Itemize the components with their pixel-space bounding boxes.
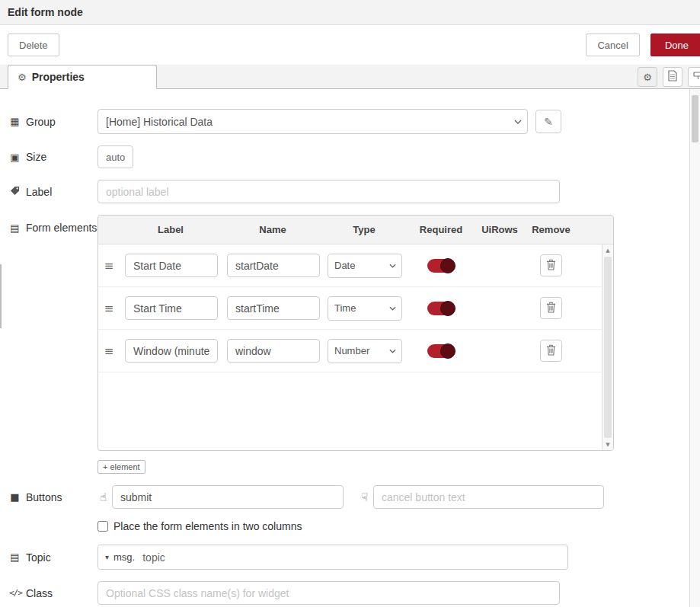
group-row: ▦ Group [Home] Historical Data ✎ [9, 109, 680, 134]
form-elements-row: ▤ Form elements Label Name Type Required… [9, 215, 680, 474]
dialog-scrollbar[interactable] [689, 89, 700, 607]
list-icon: ▤ [9, 222, 21, 234]
element-name-input[interactable] [227, 296, 320, 320]
form-element-row: ≡ Number [98, 330, 602, 372]
remove-element-button[interactable] [540, 254, 562, 276]
form-element-row: ≡ Time [98, 287, 602, 330]
group-grid-icon: ▦ [9, 116, 21, 127]
trash-icon [546, 344, 556, 358]
dialog-title: Edit form node [8, 6, 83, 18]
required-toggle[interactable] [427, 344, 455, 358]
drag-handle-icon[interactable]: ≡ [98, 344, 120, 358]
element-name-input[interactable] [227, 339, 320, 363]
thumb-down-icon: ☟ [359, 490, 370, 504]
form-elements-label: ▤ Form elements [9, 215, 97, 235]
column-header-uirows: UiRows [478, 224, 522, 235]
form-elements-table: Label Name Type Required UiRows Remove ≡ [97, 215, 614, 451]
tab-properties[interactable]: ⚙ Properties [8, 65, 157, 89]
table-scrollbar[interactable]: ▲ ▼ [602, 244, 613, 450]
size-icon: ▣ [9, 152, 21, 163]
buttons-label: ■ Buttons [9, 491, 97, 503]
required-toggle[interactable] [427, 302, 455, 315]
size-auto-button[interactable]: auto [97, 145, 133, 168]
group-select-wrap: [Home] Historical Data [97, 109, 528, 134]
trash-icon [546, 259, 556, 273]
required-toggle[interactable] [427, 259, 455, 273]
topic-type-label: msg. [113, 551, 135, 563]
appearance-icon [693, 71, 700, 83]
remove-element-button[interactable] [540, 297, 562, 319]
element-label-input[interactable] [125, 254, 218, 277]
caret-down-icon: ▾ [105, 554, 109, 561]
group-label: ▦ Group [9, 116, 97, 128]
thumb-up-icon: ☝ [97, 490, 109, 504]
document-icon [668, 70, 677, 84]
two-columns-label: Place the form elements in two columns [113, 520, 302, 532]
table-scrollbar-thumb[interactable] [604, 257, 612, 438]
toggle-knob [440, 258, 455, 273]
toggle-knob [440, 301, 455, 316]
remove-element-button[interactable] [540, 340, 562, 362]
element-type-select[interactable]: Time [328, 296, 402, 321]
delete-button[interactable]: Delete [8, 34, 59, 56]
drag-handle-icon[interactable]: ≡ [98, 259, 120, 273]
column-header-name: Name [222, 224, 324, 235]
dialog-header: Edit form node [0, 0, 700, 25]
form-elements-table-header: Label Name Type Required UiRows Remove [98, 216, 613, 244]
node-settings-button[interactable]: ⚙ [638, 67, 657, 87]
add-element-button[interactable]: + element [97, 460, 145, 474]
size-label: ▣ Size [9, 151, 97, 163]
element-label-input[interactable] [125, 339, 218, 363]
topic-type-button[interactable]: ▾ msg. [98, 545, 139, 569]
class-input[interactable] [97, 581, 560, 605]
element-name-input[interactable] [227, 254, 320, 277]
form-elements-editor: Label Name Type Required UiRows Remove ≡ [97, 215, 614, 474]
cancel-button-text-input[interactable] [373, 485, 604, 509]
scroll-down-icon[interactable]: ▼ [603, 439, 613, 450]
toggle-knob [440, 343, 455, 359]
gear-icon: ⚙ [643, 72, 652, 83]
done-button[interactable]: Done [650, 34, 700, 56]
element-type-select[interactable]: Date [328, 254, 402, 278]
class-row: </> Class [9, 581, 680, 605]
label-row: Label [9, 180, 680, 203]
topic-typed-input: ▾ msg. topic [97, 545, 568, 570]
column-header-label: Label [120, 224, 222, 235]
dialog-scrollbar-thumb[interactable] [692, 95, 698, 142]
dialog-button-bar: Delete Cancel Done [0, 25, 700, 65]
two-columns-checkbox-row[interactable]: Place the form elements in two columns [97, 520, 680, 532]
trash-icon [546, 302, 556, 315]
tab-action-buttons: ⚙ [638, 67, 700, 87]
column-header-required: Required [404, 224, 478, 235]
workspace-edge-grip [0, 264, 2, 328]
properties-form: ▦ Group [Home] Historical Data ✎ ▣ Size [0, 89, 700, 607]
editor-tab-bar: ⚙ Properties ⚙ [0, 65, 700, 89]
topic-label: ▤ Topic [9, 551, 97, 564]
description-button[interactable] [663, 67, 682, 87]
topic-list-icon: ▤ [9, 551, 21, 563]
topic-row: ▤ Topic ▾ msg. topic [9, 545, 680, 570]
drag-handle-icon[interactable]: ≡ [98, 302, 120, 315]
size-row: ▣ Size auto [9, 145, 680, 168]
appearance-button[interactable] [688, 67, 700, 87]
code-icon: </> [9, 588, 21, 598]
two-columns-checkbox[interactable] [97, 521, 108, 532]
label-label: Label [9, 186, 97, 198]
pencil-icon: ✎ [544, 116, 553, 128]
tag-icon [9, 186, 21, 198]
scroll-up-icon[interactable]: ▲ [603, 244, 613, 256]
column-header-type: Type [324, 224, 404, 235]
topic-value[interactable]: topic [139, 551, 165, 564]
buttons-row: ■ Buttons ☝ ☟ [9, 485, 680, 509]
label-input[interactable] [97, 180, 560, 203]
element-type-select[interactable]: Number [328, 339, 402, 363]
class-label: </> Class [9, 587, 97, 599]
edit-group-button[interactable]: ✎ [535, 110, 561, 133]
gear-icon: ⚙ [18, 72, 27, 83]
form-elements-table-body: ≡ Date [98, 244, 613, 450]
tab-properties-label: Properties [32, 71, 85, 83]
cancel-button[interactable]: Cancel [586, 34, 639, 56]
submit-button-text-input[interactable] [112, 485, 344, 509]
group-select[interactable]: [Home] Historical Data [97, 109, 528, 134]
element-label-input[interactable] [125, 296, 218, 320]
